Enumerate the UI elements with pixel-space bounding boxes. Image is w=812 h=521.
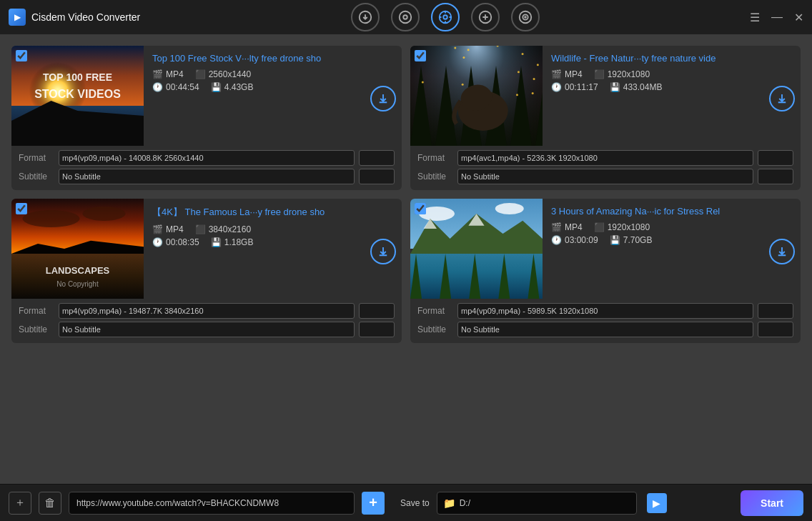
card-info-v4: 3 Hours of Amazing Na···ic for Stress Re… (543, 199, 769, 299)
subtitle-row-v1: Subtitle No Subtitle (19, 169, 395, 184)
subtitle-row-v4: Subtitle No Subtitle (417, 322, 793, 337)
subtitle-select-wrap-v4: No Subtitle (457, 322, 753, 337)
subtitle-label-v2: Subtitle (417, 172, 453, 182)
subtitle-select-v3[interactable]: No Subtitle (59, 322, 355, 337)
main-content: Top 100 Free Stock V···lty free drone sh… (0, 34, 812, 484)
download-nav-icon[interactable] (351, 3, 380, 31)
video-checkbox-v2[interactable] (415, 50, 426, 61)
disk-icon-v4: 💾 (610, 235, 620, 245)
format-select-wrap-v2: mp4(avc1,mp4a) - 5236.3K 1920x1080 (457, 150, 753, 166)
format-type-text-v2: MP4 (565, 69, 583, 79)
subtitle-select-wrap-v3: No Subtitle (59, 322, 355, 337)
title-bar: ▶ Cisdem Video Converter (0, 0, 812, 34)
format-select-wrap-v4: mp4(vp09,mp4a) - 5989.5K 1920x1080 (457, 303, 753, 319)
format-row-v4: Format mp4(vp09,mp4a) - 5989.5K 1920x108… (417, 303, 793, 319)
duration-text-v1: 00:44:54 (166, 82, 199, 92)
convert-nav-icon[interactable] (391, 3, 420, 31)
format-extra-select-v1[interactable] (359, 150, 395, 166)
card-bottom-v3: Format mp4(vp09,mp4a) - 19487.7K 3840x21… (11, 299, 402, 343)
subtitle-extra-select-v3[interactable] (359, 322, 395, 337)
subtitle-select-v1[interactable]: No Subtitle (59, 169, 355, 184)
format-select-v3[interactable]: mp4(vp09,mp4a) - 19487.7K 3840x2160 (59, 303, 355, 319)
filesize-text-v1: 4.43GB (224, 82, 254, 92)
format-label-v1: Format (19, 153, 54, 163)
url-input[interactable] (69, 492, 355, 515)
meta-row-time-v1: 🕐 00:44:54 💾 4.43GB (152, 82, 362, 92)
file-icon-v1: 🎬 (152, 69, 163, 79)
card-top-v4: 3 Hours of Amazing Na···ic for Stress Re… (410, 199, 801, 299)
format-select-wrap-v3: mp4(vp09,mp4a) - 19487.7K 3840x2160 (59, 303, 355, 319)
duration-v1: 🕐 00:44:54 (152, 82, 199, 92)
card-bottom-v1: Format mp4(vp09,mp4a) - 14008.8K 2560x14… (11, 146, 402, 190)
video-title-v4: 3 Hours of Amazing Na···ic for Stress Re… (551, 206, 761, 217)
folder-icon: 📁 (443, 497, 455, 509)
app-title: Cisdem Video Converter (31, 11, 140, 23)
card-bottom-v2: Format mp4(avc1,mp4a) - 5236.3K 1920x108… (410, 146, 801, 190)
window-controls: ☰ — ✕ (750, 11, 803, 24)
card-top-v1: Top 100 Free Stock V···lty free drone sh… (11, 46, 402, 146)
thumbnail-v2 (410, 46, 543, 146)
video-checkbox-v4[interactable] (415, 203, 426, 214)
svg-point-1 (403, 15, 407, 19)
meta-row-format-v4: 🎬 MP4 ⬛ 1920x1080 (551, 222, 761, 232)
minimize-button[interactable]: — (771, 11, 783, 24)
resolution-v4: ⬛ 1920x1080 (594, 222, 650, 232)
clock-icon-v1: 🕐 (152, 82, 163, 92)
filesize-v3: 💾 1.18GB (211, 237, 254, 247)
menu-button[interactable]: ☰ (750, 11, 760, 24)
duration-text-v4: 03:00:09 (565, 235, 598, 245)
dvd-nav-icon[interactable] (431, 3, 460, 31)
add-file-button[interactable]: ＋ (9, 492, 31, 515)
duration-v3: 🕐 00:08:35 (152, 237, 199, 247)
resolution-text-v1: 2560x1440 (209, 69, 251, 79)
download-button-v2[interactable] (769, 86, 795, 111)
subtitle-label-v3: Subtitle (19, 324, 54, 334)
format-type-text-v3: MP4 (166, 224, 184, 234)
video-card-v1: Top 100 Free Stock V···lty free drone sh… (11, 46, 402, 190)
start-button[interactable]: Start (741, 490, 803, 516)
meta-row-time-v2: 🕐 00:11:17 💾 433.04MB (551, 82, 761, 92)
card-top-v2: Wildlife - Free Natur···ty free nature v… (410, 46, 801, 146)
format-type-v2: 🎬 MP4 (551, 69, 583, 79)
duration-text-v2: 00:11:17 (565, 82, 598, 92)
save-path-area: 📁 D:/ (437, 492, 637, 515)
download-button-v1[interactable] (370, 86, 396, 111)
video-title-v3: 【4K】 The Famous La···y free drone sho (152, 206, 362, 219)
subtitle-select-wrap-v1: No Subtitle (59, 169, 355, 184)
subtitle-extra-select-v2[interactable] (758, 169, 793, 184)
delete-button[interactable]: 🗑 (39, 492, 61, 515)
format-extra-select-v3[interactable] (359, 303, 395, 319)
video-card-v4: 3 Hours of Amazing Na···ic for Stress Re… (410, 199, 801, 343)
format-row-v2: Format mp4(avc1,mp4a) - 5236.3K 1920x108… (417, 150, 793, 166)
editor-nav-icon[interactable] (471, 3, 500, 31)
add-url-button[interactable]: + (362, 492, 385, 515)
format-select-v1[interactable]: mp4(vp09,mp4a) - 14008.8K 2560x1440 (59, 150, 355, 166)
burn-nav-icon[interactable] (511, 3, 540, 31)
format-select-v4[interactable]: mp4(vp09,mp4a) - 5989.5K 1920x1080 (457, 303, 753, 319)
subtitle-select-v2[interactable]: No Subtitle (457, 169, 753, 184)
filesize-text-v2: 433.04MB (623, 82, 663, 92)
download-button-v4[interactable] (769, 239, 795, 264)
card-info-v3: 【4K】 The Famous La···y free drone sho 🎬 … (144, 199, 370, 299)
video-checkbox-v1[interactable] (16, 50, 27, 61)
download-button-v3[interactable] (370, 239, 396, 264)
close-button[interactable]: ✕ (794, 11, 803, 24)
subtitle-extra-select-v4[interactable] (758, 322, 793, 337)
subtitle-select-v4[interactable]: No Subtitle (457, 322, 753, 337)
browse-folder-button[interactable]: ▶ (647, 493, 667, 513)
format-extra-select-v4[interactable] (758, 303, 793, 319)
clock-icon-v3: 🕐 (152, 237, 163, 247)
format-extra-select-v2[interactable] (758, 150, 793, 166)
format-select-v2[interactable]: mp4(avc1,mp4a) - 5236.3K 1920x1080 (457, 150, 753, 166)
duration-v4: 🕐 03:00:09 (551, 235, 598, 245)
clock-icon-v4: 🕐 (551, 235, 562, 245)
resolution-v3: ⬛ 3840x2160 (195, 224, 251, 234)
meta-row-time-v4: 🕐 03:00:09 💾 7.70GB (551, 235, 761, 245)
app-title-area: ▶ Cisdem Video Converter (9, 9, 140, 26)
video-card-v2: Wildlife - Free Natur···ty free nature v… (410, 46, 801, 190)
video-checkbox-v3[interactable] (16, 203, 27, 214)
format-type-v1: 🎬 MP4 (152, 69, 184, 79)
format-label-v3: Format (19, 306, 54, 316)
subtitle-extra-select-v1[interactable] (359, 169, 395, 184)
thumbnail-v3 (11, 199, 144, 299)
